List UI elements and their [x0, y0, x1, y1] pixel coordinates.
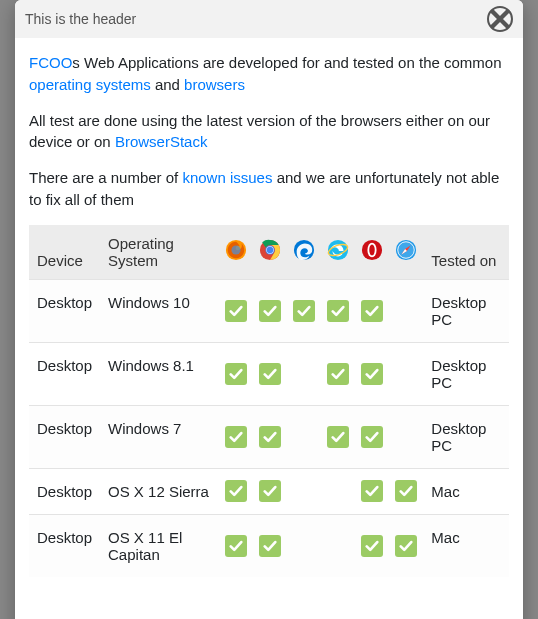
link-browserstack[interactable]: BrowserStack	[115, 133, 208, 150]
cell-support-chrome	[253, 342, 287, 405]
check-icon	[361, 535, 383, 557]
cell-support-ie	[321, 405, 355, 468]
check-icon	[327, 363, 349, 385]
intro-paragraph-2: All test are done using the latest versi…	[29, 110, 509, 154]
table-row: DesktopWindows 10Desktop PC	[29, 279, 509, 342]
col-edge-icon	[287, 225, 321, 280]
svg-point-11	[370, 245, 376, 256]
modal-header: This is the header	[15, 0, 523, 38]
support-table-wrap: Device Operating System Tested on Deskto…	[29, 225, 509, 577]
cell-support-edge	[287, 405, 321, 468]
cell-support-ie	[321, 279, 355, 342]
check-icon	[259, 363, 281, 385]
cell-os: OS X 11 El Capitan	[100, 514, 219, 577]
col-safari-icon	[389, 225, 423, 280]
cell-support-opera	[355, 342, 389, 405]
check-icon	[225, 363, 247, 385]
check-icon	[361, 426, 383, 448]
check-icon	[259, 300, 281, 322]
intro-text-span: s Web Applications are developed for and…	[72, 54, 501, 71]
col-chrome-icon	[253, 225, 287, 280]
cell-device: Desktop	[29, 468, 100, 514]
link-fcoo[interactable]: FCOO	[29, 54, 72, 71]
cell-device: Desktop	[29, 279, 100, 342]
cell-support-opera	[355, 279, 389, 342]
col-device: Device	[29, 225, 100, 280]
svg-point-1	[232, 245, 241, 254]
modal-title: This is the header	[25, 11, 136, 27]
cell-support-opera	[355, 468, 389, 514]
cell-support-edge	[287, 279, 321, 342]
intro-text: FCOOs Web Applications are developed for…	[29, 52, 509, 225]
cell-support-safari	[389, 405, 423, 468]
cell-support-ie	[321, 514, 355, 577]
cell-device: Desktop	[29, 514, 100, 577]
check-icon	[293, 300, 315, 322]
svg-point-7	[328, 240, 348, 260]
link-known-issues[interactable]: known issues	[182, 169, 272, 186]
check-icon	[327, 300, 349, 322]
modal: This is the header FCOOs Web Application…	[15, 0, 523, 619]
cell-tested-on: Mac	[423, 468, 509, 514]
cell-os: Windows 8.1	[100, 342, 219, 405]
check-icon	[225, 300, 247, 322]
intro-paragraph-3: There are a number of known issues and w…	[29, 167, 509, 211]
col-opera-icon	[355, 225, 389, 280]
cell-support-ie	[321, 342, 355, 405]
link-operating-systems[interactable]: operating systems	[29, 76, 151, 93]
cell-support-safari	[389, 279, 423, 342]
check-icon	[225, 426, 247, 448]
svg-point-5	[267, 247, 273, 253]
cell-support-ie	[321, 468, 355, 514]
check-icon	[225, 480, 247, 502]
cell-os: Windows 7	[100, 405, 219, 468]
cell-support-chrome	[253, 514, 287, 577]
cell-device: Desktop	[29, 405, 100, 468]
cell-tested-on: Desktop PC	[423, 342, 509, 405]
intro-text-span: There are a number of	[29, 169, 182, 186]
col-firefox-icon	[219, 225, 253, 280]
check-icon	[395, 480, 417, 502]
modal-body: FCOOs Web Applications are developed for…	[15, 38, 523, 619]
cell-support-safari	[389, 342, 423, 405]
check-icon	[259, 535, 281, 557]
cell-support-opera	[355, 514, 389, 577]
cell-support-firefox	[219, 514, 253, 577]
intro-text-span: and	[151, 76, 184, 93]
cell-support-safari	[389, 514, 423, 577]
cell-support-safari	[389, 468, 423, 514]
cell-support-firefox	[219, 279, 253, 342]
link-browsers[interactable]: browsers	[184, 76, 245, 93]
support-table: Device Operating System Tested on Deskto…	[29, 225, 509, 577]
cell-support-chrome	[253, 468, 287, 514]
close-icon[interactable]	[487, 6, 513, 32]
cell-support-edge	[287, 342, 321, 405]
check-icon	[327, 426, 349, 448]
cell-tested-on: Desktop PC	[423, 279, 509, 342]
cell-support-chrome	[253, 405, 287, 468]
table-row: DesktopOS X 12 SierraMac	[29, 468, 509, 514]
cell-tested-on: Mac	[423, 514, 509, 577]
cell-os: Windows 10	[100, 279, 219, 342]
col-os: Operating System	[100, 225, 219, 280]
check-icon	[361, 300, 383, 322]
table-row: DesktopOS X 11 El CapitanMac	[29, 514, 509, 577]
table-row: DesktopWindows 8.1Desktop PC	[29, 342, 509, 405]
intro-text-span: All test are done using the latest versi…	[29, 112, 490, 151]
check-icon	[361, 480, 383, 502]
cell-support-edge	[287, 468, 321, 514]
cell-support-firefox	[219, 342, 253, 405]
intro-paragraph-1: FCOOs Web Applications are developed for…	[29, 52, 509, 96]
cell-device: Desktop	[29, 342, 100, 405]
check-icon	[225, 535, 247, 557]
check-icon	[259, 426, 281, 448]
col-tested-on: Tested on	[423, 225, 509, 280]
table-row: DesktopWindows 7Desktop PC	[29, 405, 509, 468]
table-body: DesktopWindows 10Desktop PCDesktopWindow…	[29, 279, 509, 577]
cell-support-opera	[355, 405, 389, 468]
col-ie-icon	[321, 225, 355, 280]
cell-support-edge	[287, 514, 321, 577]
cell-os: OS X 12 Sierra	[100, 468, 219, 514]
cell-tested-on: Desktop PC	[423, 405, 509, 468]
cell-support-firefox	[219, 468, 253, 514]
